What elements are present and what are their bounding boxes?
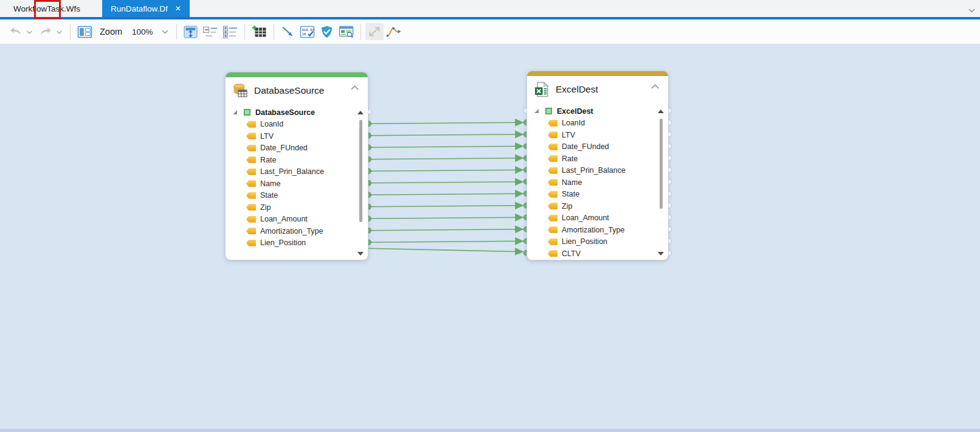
mapping-link[interactable] (368, 170, 523, 171)
field-tag-icon (246, 180, 256, 187)
field-tag-icon (548, 191, 557, 198)
collapse-all-icon[interactable] (200, 23, 220, 40)
field-row[interactable]: Loan_Amount (527, 212, 656, 225)
node-title-bar[interactable]: DatabaseSource (226, 77, 368, 104)
undo-menu-chevron-icon[interactable] (26, 24, 33, 40)
node-header-strip (226, 72, 368, 77)
field-tag-icon (246, 216, 256, 223)
field-label: Amortization_Type (260, 227, 323, 235)
field-row[interactable]: Lien_Position (527, 236, 656, 248)
field-row[interactable]: LoanId (226, 119, 356, 131)
redo-menu-chevron-icon[interactable] (55, 24, 63, 40)
field-row[interactable]: Last_Prin_Balance (527, 165, 656, 177)
mapping-link[interactable] (368, 193, 523, 195)
field-row[interactable]: LTV (527, 129, 656, 141)
node-databasesource[interactable]: DatabaseSourceDatabaseSourceLoanIdLTVDat… (225, 72, 368, 260)
field-row[interactable]: CLTV (527, 248, 656, 260)
tree-root-row[interactable]: DatabaseSource (226, 106, 356, 119)
field-row[interactable]: Amortization_Type (527, 224, 656, 236)
field-label: Zip (562, 202, 572, 211)
field-label: Amortization_Type (562, 226, 625, 234)
field-row[interactable]: State (226, 190, 356, 202)
scroll-down-button[interactable] (357, 252, 364, 256)
field-tag-icon (246, 156, 256, 163)
draw-link-icon[interactable] (278, 23, 297, 41)
node-header-strip (527, 71, 668, 76)
field-tag-icon (548, 120, 557, 127)
scrollbar-thumb[interactable] (660, 119, 663, 209)
layout-panel-icon[interactable] (75, 23, 95, 41)
preview-data-icon[interactable]: 010 0110 (297, 23, 317, 41)
scroll-down-button[interactable] (658, 252, 664, 256)
mapping-link[interactable] (368, 122, 523, 124)
tree-root-row[interactable]: ExcelDest (527, 105, 656, 117)
add-table-icon[interactable] (249, 23, 269, 41)
scrollbar-thumb[interactable] (359, 120, 362, 222)
maximize-icon (365, 23, 384, 40)
mapping-link[interactable] (368, 206, 523, 207)
field-row[interactable]: Date_FUnded (527, 141, 656, 153)
toolbar-separator (244, 24, 245, 40)
tree-expander-icon[interactable] (233, 110, 237, 114)
node-exceldest[interactable]: ExcelDestExcelDestLoanIdLTVDate_FUndedRa… (526, 71, 669, 260)
expand-all-icon[interactable] (220, 23, 240, 41)
field-label: Loan_Amount (562, 214, 609, 222)
tab-label: WorkflowTask.Wfs (13, 4, 80, 13)
document-tab-strip: WorkflowTask.WfsRunDataflow.Df✕ (0, 0, 980, 17)
undo-icon (6, 23, 26, 40)
field-label: LoanId (260, 120, 283, 128)
tab-list-overflow-icon[interactable] (968, 5, 975, 16)
field-row[interactable]: Last_Prin_Balance (226, 166, 356, 178)
zoom-select[interactable]: 100% (128, 26, 172, 38)
field-row[interactable]: LoanId (527, 117, 656, 130)
tree-expander-icon[interactable] (534, 109, 539, 113)
dataflow-canvas[interactable]: DatabaseSourceDatabaseSourceLoanIdLTVDat… (0, 44, 980, 432)
scroll-up-button[interactable] (357, 111, 364, 114)
field-row[interactable]: Loan_Amount (226, 214, 356, 226)
mapping-link[interactable] (368, 248, 523, 252)
field-row[interactable]: LTV (226, 130, 356, 142)
mapping-link[interactable] (368, 241, 523, 242)
node-title: ExcelDest (556, 84, 598, 95)
field-row[interactable]: Date_FUnded (226, 142, 356, 155)
field-tag-icon (548, 215, 557, 221)
mapping-link[interactable] (368, 217, 523, 218)
field-tag-icon (548, 155, 557, 162)
validate-dataflow-icon[interactable] (317, 23, 336, 41)
field-tag-icon (246, 192, 256, 199)
field-tag-icon (548, 250, 557, 257)
scroll-up-button[interactable] (658, 110, 664, 113)
field-row[interactable]: Amortization_Type (226, 225, 356, 237)
field-tag-icon (246, 204, 256, 211)
node-title-bar[interactable]: ExcelDest (527, 76, 668, 103)
toolbar-separator (176, 24, 177, 40)
field-tag-icon (548, 131, 557, 138)
tab-rundataflow-df[interactable]: RunDataflow.Df✕ (102, 0, 190, 17)
field-row[interactable]: Rate (226, 154, 356, 166)
mapping-link[interactable] (368, 158, 523, 159)
field-label: LTV (562, 131, 575, 139)
tab-workflowtask-wfs[interactable]: WorkflowTask.Wfs (5, 0, 89, 17)
field-row[interactable]: State (527, 189, 656, 201)
fit-node-size-icon[interactable] (181, 23, 200, 41)
preview-window-icon[interactable] (336, 23, 356, 41)
field-row[interactable]: Zip (527, 200, 656, 212)
collapse-node-button[interactable] (650, 81, 660, 92)
field-row[interactable]: Name (527, 176, 656, 189)
tab-close-icon[interactable]: ✕ (175, 5, 181, 12)
field-row[interactable]: Lien_Position (226, 237, 356, 249)
field-label: Last_Prin_Balance (562, 166, 626, 175)
field-tag-icon (548, 144, 557, 150)
field-tag-icon (246, 121, 256, 128)
field-row[interactable]: Name (226, 178, 356, 190)
reroute-links-icon[interactable] (384, 23, 404, 41)
mapping-link[interactable] (368, 229, 523, 231)
toolbar-separator (361, 24, 361, 40)
collapse-node-button[interactable] (350, 82, 359, 93)
field-row[interactable]: Rate (527, 153, 656, 165)
mapping-link[interactable] (368, 146, 523, 147)
field-tag-icon (246, 145, 256, 152)
field-row[interactable]: Zip (226, 201, 356, 214)
mapping-link[interactable] (368, 182, 523, 183)
mapping-link[interactable] (368, 134, 523, 136)
